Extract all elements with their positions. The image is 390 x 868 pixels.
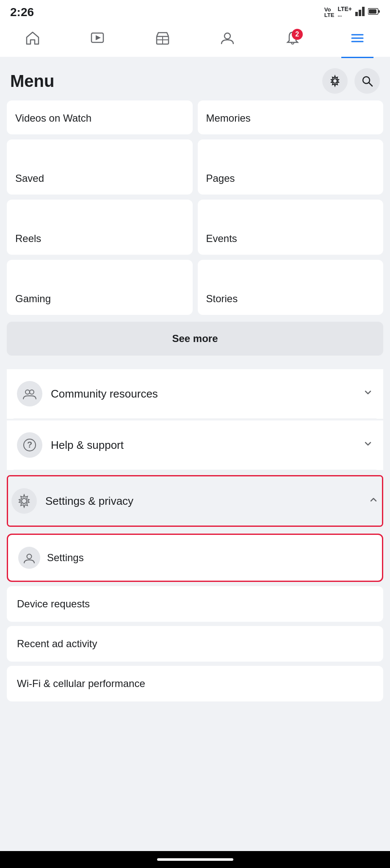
- header-actions: [322, 68, 380, 94]
- events-label: Events: [206, 233, 237, 245]
- videos-on-watch-label: Videos on Watch: [15, 112, 91, 124]
- nav-notifications[interactable]: 2: [277, 27, 309, 53]
- search-button[interactable]: [354, 68, 380, 94]
- pages-card[interactable]: Pages: [198, 139, 384, 195]
- svg-rect-4: [378, 10, 380, 13]
- pages-label: Pages: [206, 172, 235, 184]
- gaming-card[interactable]: Gaming: [7, 260, 193, 315]
- see-more-button[interactable]: See more: [7, 322, 383, 356]
- community-resources-section: Community resources: [7, 369, 383, 419]
- settings-privacy-chevron: [368, 495, 379, 507]
- recent-ad-activity-label: Recent ad activity: [17, 638, 97, 650]
- status-icons: Vo LTE LTE+···: [324, 6, 380, 19]
- marketplace-icon: [155, 31, 170, 49]
- svg-point-11: [224, 33, 230, 39]
- nav-watch[interactable]: [81, 27, 113, 53]
- status-time: 2:26: [10, 6, 34, 19]
- memories-label: Memories: [206, 112, 251, 124]
- profile-icon: [220, 31, 235, 49]
- settings-sub-item[interactable]: Settings: [7, 534, 383, 582]
- svg-point-23: [27, 554, 32, 559]
- watch-icon: [90, 31, 105, 49]
- stories-label: Stories: [206, 293, 238, 305]
- svg-point-18: [25, 390, 30, 394]
- device-requests-sub-item[interactable]: Device requests: [7, 586, 383, 622]
- wifi-cellular-label: Wi-Fi & cellular performance: [17, 678, 145, 690]
- nav-bar: 2: [0, 23, 390, 58]
- nav-profile[interactable]: [211, 27, 243, 53]
- svg-marker-1: [359, 10, 361, 16]
- svg-marker-2: [362, 7, 365, 16]
- videos-on-watch-card[interactable]: Videos on Watch: [7, 100, 193, 134]
- recent-ad-activity-sub-item[interactable]: Recent ad activity: [7, 626, 383, 662]
- nav-home[interactable]: [17, 27, 49, 53]
- saved-card[interactable]: Saved: [7, 139, 193, 195]
- settings-sub-label: Settings: [47, 552, 84, 564]
- svg-line-17: [369, 83, 372, 86]
- community-resources-header[interactable]: Community resources: [14, 369, 376, 419]
- settings-privacy-label: Settings & privacy: [45, 495, 368, 508]
- help-support-label: Help & support: [51, 439, 363, 452]
- wifi-cellular-sub-item[interactable]: Wi-Fi & cellular performance: [7, 666, 383, 701]
- settings-privacy-sub-items: Settings Device requests Recent ad activ…: [0, 530, 390, 709]
- home-indicator: [0, 851, 390, 868]
- settings-privacy-header[interactable]: Settings & privacy: [8, 476, 382, 526]
- svg-marker-7: [96, 35, 101, 40]
- page-title: Menu: [10, 72, 54, 91]
- battery-icon: [368, 8, 380, 17]
- settings-privacy-section: Settings & privacy: [7, 475, 383, 527]
- svg-point-15: [333, 79, 337, 83]
- section-divider-1: [0, 364, 390, 369]
- partial-grid: Videos on Watch Memories: [7, 100, 383, 134]
- saved-label: Saved: [15, 172, 44, 184]
- home-bar: [157, 858, 233, 861]
- settings-privacy-icon: [11, 488, 37, 514]
- menu-icon: [350, 31, 365, 49]
- gaming-label: Gaming: [15, 293, 51, 305]
- page-header: Menu: [0, 58, 390, 100]
- volte-icon: Vo LTE: [324, 7, 335, 18]
- status-bar: 2:26 Vo LTE LTE+···: [0, 0, 390, 23]
- menu-content: Videos on Watch Memories Saved Pages Ree…: [0, 100, 390, 364]
- help-support-header[interactable]: ? Help & support: [14, 420, 376, 470]
- community-resources-label: Community resources: [51, 387, 363, 401]
- events-card[interactable]: Events: [198, 200, 384, 255]
- svg-marker-0: [355, 12, 358, 16]
- gear-icon: [329, 75, 341, 87]
- nav-menu[interactable]: [341, 27, 373, 53]
- search-icon: [361, 75, 373, 87]
- main-grid: Saved Pages Reels Events Gaming Stories: [7, 139, 383, 315]
- settings-button[interactable]: [322, 68, 348, 94]
- svg-rect-5: [369, 9, 376, 14]
- svg-point-22: [22, 498, 27, 504]
- lte-plus-icon: LTE+···: [337, 6, 352, 19]
- settings-sub-icon: [18, 547, 40, 569]
- help-support-chevron: [363, 439, 373, 451]
- memories-card[interactable]: Memories: [198, 100, 384, 134]
- stories-card[interactable]: Stories: [198, 260, 384, 315]
- divider-3: [7, 471, 383, 472]
- help-support-icon: ?: [17, 432, 42, 458]
- svg-text:?: ?: [27, 440, 32, 449]
- signal-icon: [355, 7, 365, 18]
- community-resources-chevron: [363, 387, 373, 400]
- device-requests-label: Device requests: [17, 598, 90, 610]
- community-resources-icon: [17, 381, 42, 406]
- reels-card[interactable]: Reels: [7, 200, 193, 255]
- home-icon: [25, 31, 40, 49]
- nav-marketplace[interactable]: [147, 27, 179, 53]
- reels-label: Reels: [15, 233, 41, 245]
- svg-point-19: [30, 390, 34, 394]
- notification-badge: 2: [292, 29, 303, 40]
- help-support-section: ? Help & support: [7, 420, 383, 470]
